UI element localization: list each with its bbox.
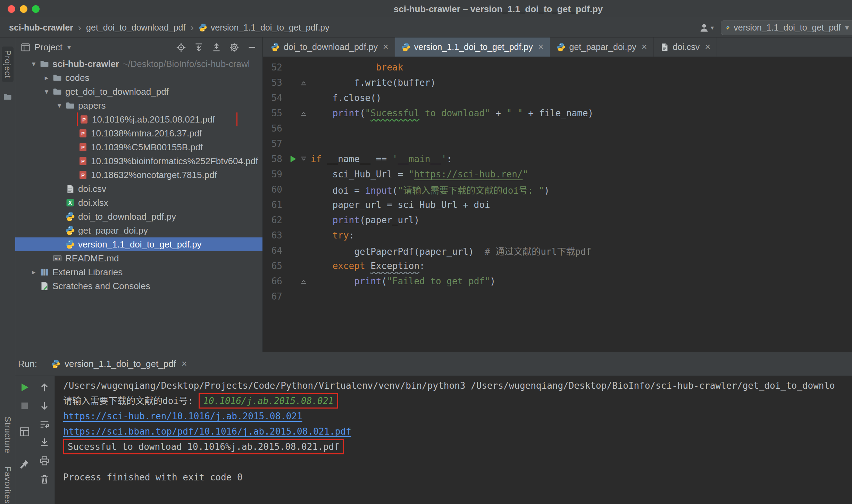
code-token: f.write(buffer) xyxy=(311,77,436,88)
editor-tab[interactable]: version_1.1_doi_to_get_pdf.py× xyxy=(395,37,550,57)
tree-item[interactable]: ▾sci-hub-crawler~/Desktop/BioInfo/sci-hu… xyxy=(15,57,262,71)
fold-up-icon[interactable] xyxy=(300,278,307,285)
minimize-window-button[interactable] xyxy=(20,5,27,13)
code-line[interactable]: 66 print("Failed to get pdf") xyxy=(263,274,852,289)
tree-item[interactable]: MDREADME.md xyxy=(15,251,262,265)
close-tab-icon[interactable]: × xyxy=(642,42,647,52)
run-config-select[interactable]: version_1.1_doi_to_get_pdf ▾ xyxy=(721,20,852,35)
code-line[interactable]: 54 f.close() xyxy=(263,90,852,106)
code-line[interactable]: 59 sci_Hub_Url = "https://sci-hub.ren/" xyxy=(263,167,852,182)
editor-tab[interactable]: doi_to_download_pdf.py× xyxy=(265,37,395,57)
tool-window-button-structure[interactable]: Structure xyxy=(2,413,14,457)
tree-item[interactable]: P10.1093%bioinformatics%252Fbtv604.pdf xyxy=(15,154,262,168)
soft-wrap-icon[interactable] xyxy=(39,419,50,429)
code-token: " xyxy=(409,169,414,179)
console-link[interactable]: https://sci-hub.ren/10.1016/j.ab.2015.08… xyxy=(63,411,302,421)
tree-item[interactable]: P10.1039%C5MB00155B.pdf xyxy=(15,140,262,154)
chevron-down-icon[interactable]: ▾ xyxy=(28,60,40,68)
fold-down-icon[interactable] xyxy=(300,156,307,163)
code-token: : xyxy=(419,261,425,271)
collapse-all-icon[interactable] xyxy=(211,42,222,52)
close-tab-icon[interactable]: × xyxy=(182,359,187,369)
breadcrumb-item[interactable]: get_doi_to_download_pdf xyxy=(86,23,185,33)
editor-tab-label: version_1.1_doi_to_get_pdf.py xyxy=(414,42,533,52)
fold-up-icon[interactable] xyxy=(300,110,307,117)
rerun-icon[interactable] xyxy=(19,382,30,393)
zoom-window-button[interactable] xyxy=(32,5,40,13)
folder-icon xyxy=(52,73,62,83)
tree-item[interactable]: ▾papers xyxy=(15,99,262,112)
tree-item[interactable]: get_papar_doi.py xyxy=(15,224,262,237)
project-panel-title[interactable]: Project xyxy=(34,42,62,53)
fold-up-icon[interactable] xyxy=(300,79,307,86)
editor-tab[interactable]: doi.csv× xyxy=(654,37,717,57)
tree-item-label: doi.csv xyxy=(78,184,106,194)
close-tab-icon[interactable]: × xyxy=(705,42,710,52)
folder-icon[interactable] xyxy=(3,92,12,101)
close-window-button[interactable] xyxy=(8,5,15,13)
editor-tab[interactable]: get_papar_doi.py× xyxy=(550,37,654,57)
chevron-down-icon[interactable]: ▾ xyxy=(53,101,65,110)
code-editor[interactable]: 52 break53 f.write(buffer)54 f.close()55… xyxy=(263,57,852,352)
code-line[interactable]: 60 doi = input("请输入需要下载的文献的doi号: ") xyxy=(263,182,852,197)
line-number: 64 xyxy=(263,245,287,256)
chevron-down-icon: ▾ xyxy=(845,23,849,32)
tree-item[interactable]: P10.1038%mtna.2016.37.pdf xyxy=(15,126,262,140)
tool-window-button-favorites[interactable]: Favorites xyxy=(2,463,14,504)
stop-icon[interactable] xyxy=(19,401,30,411)
chevron-right-icon[interactable]: ▸ xyxy=(41,74,52,82)
tree-item[interactable]: doi.csv xyxy=(15,182,262,196)
tree-item[interactable]: doi_to_download_pdf.py xyxy=(15,210,262,224)
tree-item[interactable]: version_1.1_doi_to_get_pdf.py xyxy=(15,237,262,251)
tree-item[interactable]: ▸External Libraries xyxy=(15,265,262,279)
tool-window-button-project[interactable]: Project xyxy=(2,47,14,82)
locate-file-icon[interactable] xyxy=(176,42,186,52)
breadcrumb-item[interactable]: version_1.1_doi_to_get_pdf.py xyxy=(199,23,329,33)
close-tab-icon[interactable]: × xyxy=(538,42,544,52)
run-line-icon[interactable] xyxy=(289,154,298,163)
down-stack-icon[interactable] xyxy=(39,401,50,411)
chevron-down-icon[interactable]: ▾ xyxy=(67,43,71,51)
code-line[interactable]: 65 except Exception: xyxy=(263,258,852,274)
code-line[interactable]: 52 break xyxy=(263,60,852,75)
tree-item[interactable]: P10.1016%j.ab.2015.08.021.pdf xyxy=(15,112,262,126)
annotation-box: Sucessful to download 10.1016%j.ab.2015.… xyxy=(63,439,344,454)
expand-all-icon[interactable] xyxy=(194,42,204,52)
up-stack-icon[interactable] xyxy=(39,382,50,393)
code-line[interactable]: 57 xyxy=(263,136,852,151)
code-line[interactable]: 56 xyxy=(263,121,852,136)
breadcrumb-item[interactable]: sci-hub-crawler xyxy=(9,23,73,33)
editor-area: doi_to_download_pdf.py×version_1.1_doi_t… xyxy=(263,37,852,352)
code-line[interactable]: 67 xyxy=(263,289,852,304)
code-token: + xyxy=(490,108,507,118)
hide-panel-icon[interactable] xyxy=(247,42,257,52)
code-line[interactable]: 63 try: xyxy=(263,228,852,243)
pin-icon[interactable] xyxy=(19,459,30,469)
code-token: Sucessful xyxy=(370,108,419,118)
code-line[interactable]: 53 f.write(buffer) xyxy=(263,75,852,90)
tree-item[interactable]: P10.18632%oncotarget.7815.pdf xyxy=(15,168,262,182)
chevron-down-icon[interactable]: ▾ xyxy=(41,87,52,96)
code-line[interactable]: 62 print(paper_url) xyxy=(263,212,852,228)
close-tab-icon[interactable]: × xyxy=(383,42,389,52)
clear-all-icon[interactable] xyxy=(39,474,50,485)
tree-item[interactable]: Xdoi.xlsx xyxy=(15,196,262,210)
chevron-right-icon[interactable]: ▸ xyxy=(28,268,40,276)
restore-layout-icon[interactable] xyxy=(19,427,30,437)
code-line[interactable]: 64 getPaperPdf(paper_url) # 通过文献的url下载pd… xyxy=(263,243,852,258)
code-line[interactable]: 58if __name__ == '__main__': xyxy=(263,151,852,167)
console-link[interactable]: https://sci.bban.top/pdf/10.1016/j.ab.20… xyxy=(63,426,351,437)
settings-gear-icon[interactable] xyxy=(229,42,239,52)
tree-item[interactable]: ▸codes xyxy=(15,71,262,85)
user-menu[interactable]: ▾ xyxy=(699,23,714,33)
run-console[interactable]: /Users/wugenqiang/Desktop/Projects/Code/… xyxy=(55,376,852,504)
tree-item[interactable]: ▾get_doi_to_download_pdf xyxy=(15,85,262,99)
code-token: # 通过文献的url下载pdf xyxy=(485,246,591,257)
print-icon[interactable] xyxy=(39,456,50,466)
run-tab[interactable]: version_1.1_doi_to_get_pdf × xyxy=(46,352,192,376)
code-line[interactable]: 61 paper_url = sci_Hub_Url + doi xyxy=(263,197,852,212)
code-line[interactable]: 55 print("Sucessful to download" + " " +… xyxy=(263,106,852,121)
scroll-to-end-icon[interactable] xyxy=(39,437,50,448)
line-number: 55 xyxy=(263,108,287,118)
tree-item[interactable]: Scratches and Consoles xyxy=(15,279,262,293)
